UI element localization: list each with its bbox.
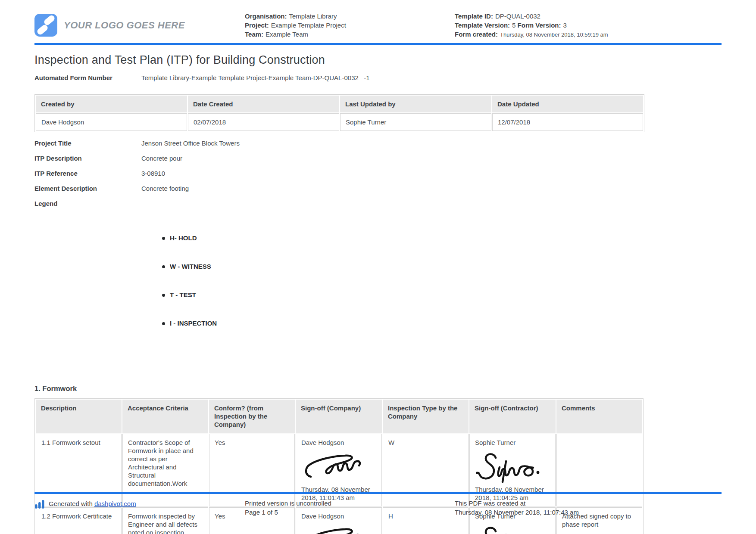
legend-list: H- HOLD W - WITNESS T - TEST I - INSPECT…: [141, 217, 217, 348]
automated-form-number-label: Automated Form Number: [34, 74, 141, 82]
project-title-row: Project Title Jenson Street Office Block…: [34, 139, 722, 148]
project-title-label: Project Title: [34, 139, 141, 148]
document-body: Inspection and Test Plan (ITP) for Build…: [0, 53, 756, 534]
page-footer: Generated with dashpivot.com Printed ver…: [34, 492, 722, 517]
footer-created-block: This PDF was created at Thursday, 08 Nov…: [455, 499, 722, 517]
legend-item-inspection: I - INSPECTION: [162, 319, 217, 328]
team-value: Example Team: [266, 31, 308, 38]
meta-header-last-updated-by: Last Updated by: [340, 96, 491, 112]
dashpivot-link[interactable]: dashpivot.com: [94, 500, 136, 507]
legend-item-hold: H- HOLD: [162, 234, 217, 242]
organisation-line: Organisation:Template Library: [245, 12, 455, 21]
footer-print-block: Printed version is uncontrolled Page 1 o…: [245, 499, 455, 517]
footer-generated-block: Generated with dashpivot.com: [34, 499, 245, 517]
pdf-page: YOUR LOGO GOES HERE Organisation:Templat…: [0, 0, 756, 534]
template-id-line: Template ID:DP-QUAL-0032: [455, 12, 722, 21]
legend-item-witness: W - WITNESS: [162, 262, 217, 271]
signature-dave-hodgson-icon: [302, 524, 366, 534]
template-id-value: DP-QUAL-0032: [495, 12, 540, 20]
meta-header-date-updated: Date Updated: [492, 96, 643, 112]
section-title-formwork: 1. Formwork: [34, 385, 722, 393]
itp-reference-row: ITP Reference 3-08910: [34, 169, 722, 178]
legend-label: Legend: [34, 199, 141, 365]
automated-form-number-value: Template Library-Example Template Projec…: [141, 74, 370, 82]
page-number-text: Page 1 of 5: [245, 508, 455, 517]
signatory-name: Dave Hodgson: [301, 438, 376, 447]
meta-table: Created by Date Created Last Updated by …: [34, 94, 644, 132]
meta-last-updated-by: Sophie Turner: [340, 113, 491, 131]
team-label: Team:: [245, 31, 263, 38]
fw-header-acceptance: Acceptance Criteria: [122, 400, 208, 433]
page-header: YOUR LOGO GOES HERE Organisation:Templat…: [0, 0, 756, 39]
bullet-icon: [162, 237, 165, 240]
page-title: Inspection and Test Plan (ITP) for Build…: [34, 53, 722, 67]
header-divider: [34, 43, 722, 45]
meta-header-created-by: Created by: [36, 96, 187, 112]
meta-created-by: Dave Hodgson: [36, 113, 187, 131]
itp-description-label: ITP Description: [34, 154, 141, 163]
team-line: Team:Example Team: [245, 30, 455, 39]
project-title-value: Jenson Street Office Block Towers: [141, 139, 240, 148]
signature-dave-hodgson-icon: [302, 450, 366, 483]
pdf-created-label: This PDF was created at: [455, 499, 722, 508]
template-id-label: Template ID:: [455, 12, 493, 20]
meta-header-date-created: Date Created: [188, 96, 339, 112]
itp-description-row: ITP Description Concrete pour: [34, 154, 722, 163]
logo-placeholder-text: YOUR LOGO GOES HERE: [64, 20, 185, 31]
bullet-icon: [162, 322, 165, 325]
meta-table-header-row: Created by Date Created Last Updated by …: [36, 96, 643, 112]
printed-version-text: Printed version is uncontrolled: [245, 499, 455, 508]
signature-sophie-turner-icon: [476, 450, 540, 483]
fw-header-comments: Comments: [556, 400, 642, 433]
form-created-line: Form created:Thursday, 08 November 2018,…: [455, 30, 722, 39]
meta-table-row: Dave Hodgson 02/07/2018 Sophie Turner 12…: [36, 113, 643, 131]
automated-form-number-row: Automated Form Number Template Library-E…: [34, 74, 722, 82]
organisation-label: Organisation:: [245, 12, 287, 20]
signature-sophie-turner-icon: [476, 524, 540, 534]
fw-header-conform: Conform? (from Inspection by the Company…: [209, 400, 295, 433]
fw-header-description: Description: [36, 400, 122, 433]
element-description-label: Element Description: [34, 184, 141, 193]
itp-reference-value: 3-08910: [141, 169, 165, 178]
itp-description-value: Concrete pour: [141, 154, 182, 163]
project-line: Project:Example Template Project: [245, 21, 455, 30]
itp-reference-label: ITP Reference: [34, 169, 141, 178]
element-description-row: Element Description Concrete footing: [34, 184, 722, 193]
header-template-block: Template ID:DP-QUAL-0032 Template Versio…: [455, 11, 722, 39]
meta-date-updated: 12/07/2018: [492, 113, 643, 131]
form-version-value: 3: [563, 22, 566, 29]
project-value: Example Template Project: [271, 22, 346, 29]
formwork-header-row: Description Acceptance Criteria Conform?…: [36, 400, 642, 433]
fw-header-inspection-type: Inspection Type by the Company: [383, 400, 469, 433]
organisation-value: Template Library: [289, 12, 337, 20]
versions-line: Template Version:5 Form Version:3: [455, 21, 722, 30]
company-logo-icon: [34, 14, 57, 37]
fw-header-signoff-contractor: Sign-off (Contractor): [469, 400, 556, 433]
template-version-value: 5: [512, 22, 515, 29]
template-version-label: Template Version:: [455, 22, 510, 29]
header-org-block: Organisation:Template Library Project:Ex…: [245, 11, 455, 39]
logo-block: YOUR LOGO GOES HERE: [34, 11, 245, 39]
generated-with-text: Generated with: [49, 500, 93, 507]
dashpivot-bars-icon: [34, 500, 45, 511]
form-version-label: Form Version:: [518, 22, 561, 29]
project-label: Project:: [245, 22, 269, 29]
project-fields: Project Title Jenson Street Office Block…: [34, 139, 722, 365]
fw-header-signoff-company: Sign-off (Company): [296, 400, 382, 433]
legend-row: Legend H- HOLD W - WITNESS T - TEST I - …: [34, 199, 722, 365]
element-description-value: Concrete footing: [141, 184, 189, 193]
meta-date-created: 02/07/2018: [188, 113, 339, 131]
bullet-icon: [162, 294, 165, 297]
signatory-name: Sophie Turner: [475, 438, 550, 447]
form-created-label: Form created:: [455, 31, 498, 38]
form-created-value: Thursday, 08 November 2018, 10:59:19 am: [500, 31, 608, 38]
pdf-created-datetime: Thursday, 08 November 2018, 11:07:43 am: [455, 508, 722, 517]
bullet-icon: [162, 265, 165, 268]
legend-item-test: T - TEST: [162, 291, 217, 299]
